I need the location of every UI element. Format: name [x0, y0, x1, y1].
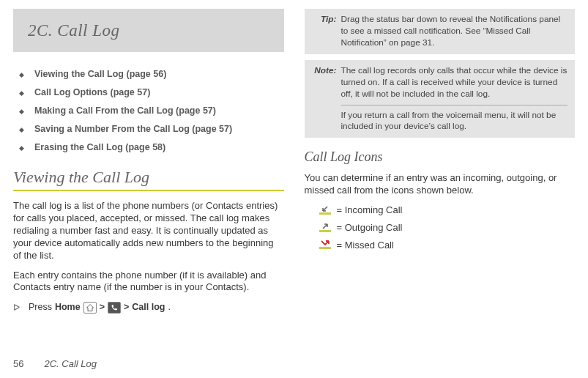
incoming-call-icon [319, 205, 331, 215]
tip-callout: Tip: Drag the status bar down to reveal … [305, 9, 576, 54]
page-number: 56 [13, 357, 23, 371]
section-heading-viewing: Viewing the Call Log [13, 166, 284, 191]
body-paragraph: You can determine if an entry was an inc… [305, 172, 576, 197]
step-bold-home: Home [55, 301, 81, 314]
toc-text: Erasing the Call Log (page 58) [34, 141, 165, 154]
body-paragraph: The call log is a list of the phone numb… [13, 200, 284, 262]
tip-body: Drag the status bar down to reveal the N… [341, 14, 568, 49]
chapter-title: 2C. Call Log [28, 19, 272, 42]
note-body: The call log records only calls that occ… [341, 65, 568, 133]
footer-chapter: 2C. Call Log [44, 357, 97, 371]
legend-text: = Outgoing Call [337, 221, 403, 234]
toc-item: ◆ Making a Call From the Call Log (page … [19, 105, 284, 117]
diamond-icon: ◆ [19, 70, 24, 79]
step-text: Press Home > > Call log. [29, 301, 171, 314]
phone-icon [108, 302, 121, 314]
svg-rect-2 [319, 247, 331, 249]
toc-text: Call Log Options (page 57) [34, 86, 150, 99]
step-gt: > [100, 301, 105, 314]
missed-call-icon [319, 240, 331, 250]
step-gt: > [124, 301, 129, 314]
note-label: Note: [312, 65, 337, 133]
toc-text: Making a Call From the Call Log (page 57… [34, 105, 216, 117]
toc-item: ◆ Erasing the Call Log (page 58) [19, 141, 284, 154]
step-word: Press [29, 301, 52, 314]
svg-rect-1 [319, 230, 331, 232]
sub-heading-icons: Call Log Icons [305, 148, 576, 166]
right-column: Tip: Drag the status bar down to reveal … [305, 9, 576, 346]
note-body-1: The call log records only calls that occ… [341, 65, 568, 100]
tip-label: Tip: [312, 14, 337, 49]
step-bold-calllog: Call log [132, 301, 165, 314]
note-divider [341, 105, 568, 105]
diamond-icon: ◆ [19, 144, 24, 152]
note-body-2: If you return a call from the voicemail … [341, 110, 568, 133]
outgoing-call-icon [319, 223, 331, 233]
legend-text: = Incoming Call [337, 204, 403, 217]
toc-item: ◆ Call Log Options (page 57) [19, 86, 284, 99]
step-marker-icon: ᐅ [13, 302, 20, 314]
note-callout: Note: The call log records only calls th… [305, 60, 576, 138]
chapter-header: 2C. Call Log [13, 9, 284, 52]
toc-text: Viewing the Call Log (page 56) [34, 68, 166, 81]
toc-item: ◆ Saving a Number From the Call Log (pag… [19, 123, 284, 136]
toc-item: ◆ Viewing the Call Log (page 56) [19, 68, 284, 81]
legend-text: = Missed Call [337, 239, 394, 252]
left-column: 2C. Call Log ◆ Viewing the Call Log (pag… [13, 9, 284, 346]
step-dot: . [168, 301, 170, 314]
diamond-icon: ◆ [19, 125, 24, 134]
icon-legend: = Incoming Call = Outgoing Call [319, 204, 576, 251]
instruction-step: ᐅ Press Home > > Call log. [13, 301, 284, 314]
table-of-contents: ◆ Viewing the Call Log (page 56) ◆ Call … [19, 68, 284, 153]
toc-text: Saving a Number From the Call Log (page … [34, 123, 232, 136]
page-footer: 56 2C. Call Log [13, 357, 97, 371]
legend-item-outgoing: = Outgoing Call [319, 221, 576, 234]
legend-item-incoming: = Incoming Call [319, 204, 576, 217]
home-icon [83, 302, 97, 314]
legend-item-missed: = Missed Call [319, 239, 576, 252]
diamond-icon: ◆ [19, 89, 24, 97]
body-paragraph: Each entry contains the phone number (if… [13, 270, 284, 294]
diamond-icon: ◆ [19, 107, 24, 116]
svg-rect-0 [319, 212, 331, 215]
